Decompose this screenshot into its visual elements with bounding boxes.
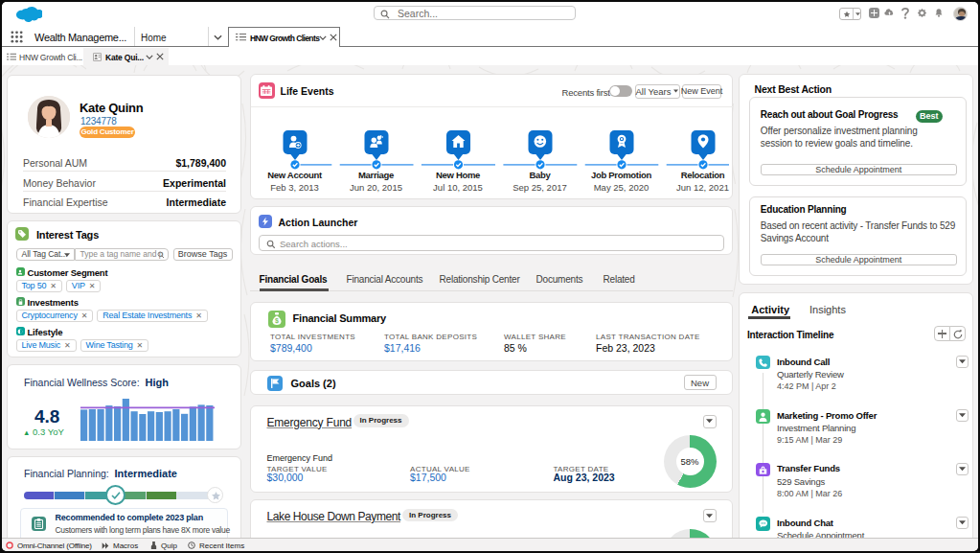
svg-text:$: $ <box>275 317 279 325</box>
